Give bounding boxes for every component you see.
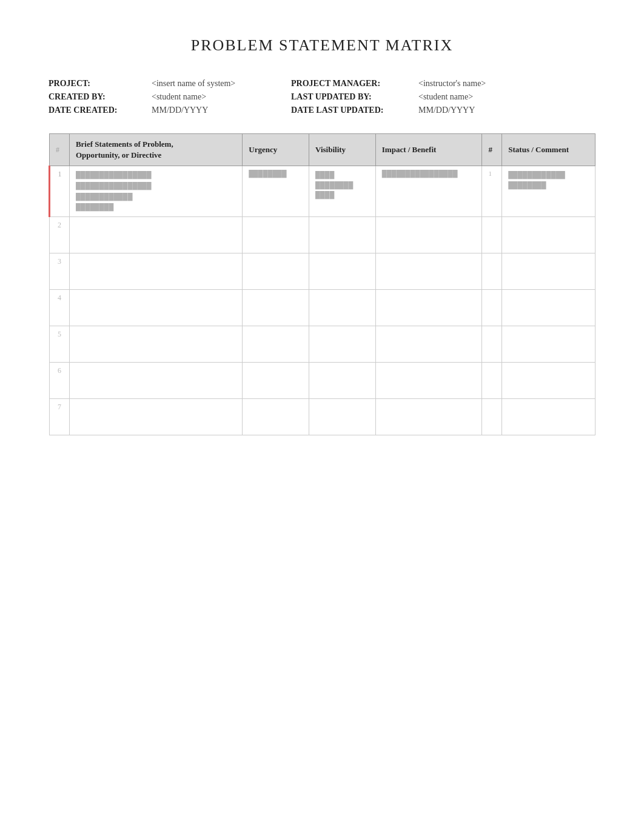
row-2-brief[interactable] <box>69 216 242 253</box>
table-row: 1 ██████████████████████████████████████… <box>50 166 595 216</box>
row-6-brief[interactable] <box>69 362 242 398</box>
manager-value: <instructor's name> <box>418 79 552 89</box>
row-7-brief[interactable] <box>69 398 242 435</box>
created-by-label: CREATED BY: <box>49 92 146 102</box>
project-label: PROJECT: <box>49 79 146 89</box>
row-4-urgency[interactable] <box>243 289 309 326</box>
row-3-brief[interactable] <box>69 253 242 289</box>
row-5-impact[interactable] <box>375 326 482 362</box>
problem-matrix-table: # Brief Statements of Problem,Opportunit… <box>49 133 595 435</box>
row-7-urgency[interactable] <box>243 398 309 435</box>
col-header-num2: # <box>482 134 502 166</box>
table-row: 6 <box>50 362 595 398</box>
row-3-num2 <box>482 253 502 289</box>
col-header-num: # <box>50 134 70 166</box>
row-5-num: 5 <box>50 326 70 362</box>
date-created-label: DATE CREATED: <box>49 106 146 115</box>
row-7-impact[interactable] <box>375 398 482 435</box>
row-4-num2 <box>482 289 502 326</box>
updated-by-label: LAST UPDATED BY: <box>291 92 412 102</box>
row-4-brief[interactable] <box>69 289 242 326</box>
col-header-status: Status / Comment <box>502 134 595 166</box>
row-1-num2: 1 <box>482 166 502 216</box>
row-4-status[interactable] <box>502 289 595 326</box>
date-updated-label: DATE LAST UPDATED: <box>291 106 412 115</box>
row-3-num: 3 <box>50 253 70 289</box>
row-5-brief[interactable] <box>69 326 242 362</box>
table-row: 2 <box>50 216 595 253</box>
row-1-urgency[interactable]: ████████ <box>243 166 309 216</box>
page-title: PROBLEM STATEMENT MATRIX <box>49 36 595 55</box>
row-5-urgency[interactable] <box>243 326 309 362</box>
row-2-status[interactable] <box>502 216 595 253</box>
row-7-visibility[interactable] <box>309 398 376 435</box>
col-header-urgency: Urgency <box>243 134 309 166</box>
row-6-visibility[interactable] <box>309 362 376 398</box>
meta-section: PROJECT: <insert name of system> PROJECT… <box>49 79 595 115</box>
manager-label: PROJECT MANAGER: <box>291 79 412 89</box>
col-header-visibility: Visibility <box>309 134 376 166</box>
row-6-status[interactable] <box>502 362 595 398</box>
row-1-brief[interactable]: ████████████████████████████████████████… <box>69 166 242 216</box>
row-1-impact[interactable]: ████████████████ <box>375 166 482 216</box>
table-row: 3 <box>50 253 595 289</box>
table-row: 7 <box>50 398 595 435</box>
row-2-urgency[interactable] <box>243 216 309 253</box>
row-5-num2 <box>482 326 502 362</box>
row-4-visibility[interactable] <box>309 289 376 326</box>
row-6-num: 6 <box>50 362 70 398</box>
row-4-num: 4 <box>50 289 70 326</box>
row-1-num: 1 <box>50 166 70 216</box>
row-3-status[interactable] <box>502 253 595 289</box>
row-1-visibility[interactable]: ████████████████ <box>309 166 376 216</box>
updated-by-value: <student name> <box>418 92 552 102</box>
row-7-num: 7 <box>50 398 70 435</box>
row-6-impact[interactable] <box>375 362 482 398</box>
row-2-visibility[interactable] <box>309 216 376 253</box>
row-5-status[interactable] <box>502 326 595 362</box>
col-header-brief: Brief Statements of Problem,Opportunity,… <box>69 134 242 166</box>
date-updated-value: MM/DD/YYYY <box>418 106 552 115</box>
row-3-impact[interactable] <box>375 253 482 289</box>
row-2-num: 2 <box>50 216 70 253</box>
row-5-visibility[interactable] <box>309 326 376 362</box>
row-6-urgency[interactable] <box>243 362 309 398</box>
row-3-visibility[interactable] <box>309 253 376 289</box>
row-2-impact[interactable] <box>375 216 482 253</box>
table-row: 5 <box>50 326 595 362</box>
row-4-impact[interactable] <box>375 289 482 326</box>
col-header-impact: Impact / Benefit <box>375 134 482 166</box>
row-1-status[interactable]: ████████████████████ <box>502 166 595 216</box>
date-created-value: MM/DD/YYYY <box>152 106 285 115</box>
table-row: 4 <box>50 289 595 326</box>
table-header-row: # Brief Statements of Problem,Opportunit… <box>50 134 595 166</box>
row-3-urgency[interactable] <box>243 253 309 289</box>
row-7-status[interactable] <box>502 398 595 435</box>
row-7-num2 <box>482 398 502 435</box>
project-value: <insert name of system> <box>152 79 285 89</box>
created-by-value: <student name> <box>152 92 285 102</box>
row-2-num2 <box>482 216 502 253</box>
row-6-num2 <box>482 362 502 398</box>
